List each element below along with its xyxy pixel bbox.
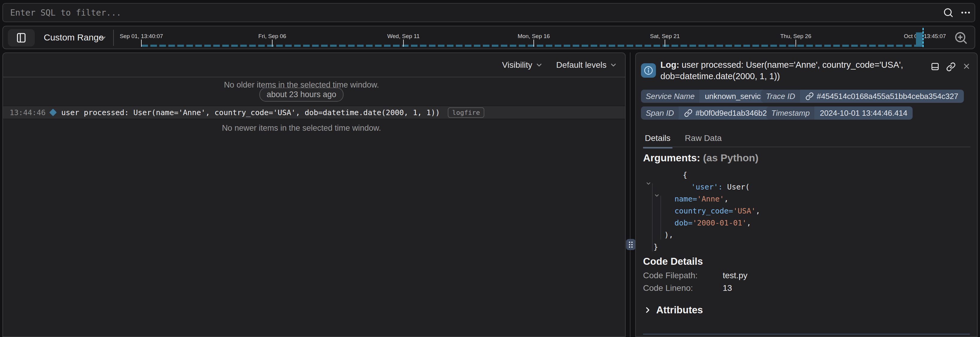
default-levels-dropdown[interactable]: Default levels [556, 60, 617, 70]
sidebar-toggle-button[interactable] [8, 29, 35, 46]
detail-tabs: Details Raw Data [643, 133, 724, 149]
log-level-diamond-icon [49, 109, 57, 116]
dock-panel-bottom-icon[interactable] [931, 62, 940, 71]
panel-resize-handle[interactable] [626, 239, 636, 250]
log-row[interactable]: 13:44:46 user processed: User(name='Anne… [3, 105, 625, 119]
panel-left-icon [16, 32, 27, 43]
divider [643, 334, 970, 335]
chevron-down-icon [98, 34, 107, 43]
visibility-dropdown[interactable]: Visibility [502, 60, 543, 70]
link-icon [684, 109, 692, 117]
time-range-selector[interactable]: Custom Range [44, 26, 103, 49]
panel-resize-track[interactable] [630, 53, 630, 337]
link-icon [805, 92, 814, 101]
close-icon[interactable] [963, 62, 971, 70]
search-icon[interactable] [943, 7, 954, 18]
trace-id-badge[interactable]: Trace ID #454514c0168a455a51bb4ceba354c3… [761, 89, 964, 103]
timeline-selection-marker[interactable] [923, 28, 924, 47]
tab-details[interactable]: Details [643, 133, 672, 149]
timestamp-badge: Timestamp 2024-10-01 13:44:46.414 [767, 107, 913, 120]
detail-title: Log: user processed: User(name='Anne', c… [660, 59, 927, 82]
copy-link-icon[interactable] [946, 62, 956, 72]
chevron-down-icon [535, 61, 543, 69]
log-list-body: No older items in the selected time wind… [3, 77, 625, 337]
no-newer-items-note: No newer items in the selected time wind… [3, 123, 600, 133]
arguments-code-block: { 'user': User( name='Anne', country_cod… [643, 169, 889, 253]
list-toolbar: Visibility Default levels [3, 53, 625, 77]
chevron-right-icon [644, 306, 651, 314]
service-name-badge: Service Name unknown_service [641, 89, 770, 103]
zoom-in-icon[interactable] [954, 30, 968, 45]
code-filepath-row: Code Filepath: test.py [643, 271, 698, 280]
arguments-heading: Arguments: (as Python) [643, 152, 758, 164]
log-row-message: user processed: User(name='Anne', countr… [61, 108, 440, 117]
info-icon [641, 63, 656, 78]
divider [643, 147, 970, 147]
timeline-bar: Custom Range Sep 01, 13:40:07 Fri, Sep 0… [2, 26, 975, 49]
sql-filter-input[interactable] [2, 3, 975, 22]
relative-time-badge-wrap: about 23 hours ago [3, 88, 600, 102]
chevron-down-icon [609, 61, 617, 69]
tab-raw-data[interactable]: Raw Data [683, 133, 724, 149]
detail-title-kind: Log: [660, 60, 679, 70]
indent-guide [652, 183, 652, 252]
indent-guide [660, 196, 661, 240]
span-id-badge[interactable]: Span ID #b0f0d9ed1ab346b2 [641, 107, 772, 120]
log-row-tag: logfire [448, 107, 485, 118]
log-row-timestamp: 13:44:46 [10, 108, 46, 117]
timeline-histogram-bar [916, 32, 923, 47]
relative-time-badge: about 23 hours ago [259, 88, 344, 102]
attributes-section-toggle[interactable]: Attributes [644, 304, 703, 316]
code-lineno-row: Code Lineno: 13 [643, 283, 693, 293]
log-list-panel: Visibility Default levels No older items… [2, 53, 626, 337]
divider [113, 30, 114, 46]
code-details-heading: Code Details [643, 256, 703, 267]
log-detail-panel: Log: user processed: User(name='Anne', c… [635, 53, 978, 337]
timeline-histogram-baseline [142, 45, 918, 47]
more-options-icon[interactable] [960, 7, 971, 18]
